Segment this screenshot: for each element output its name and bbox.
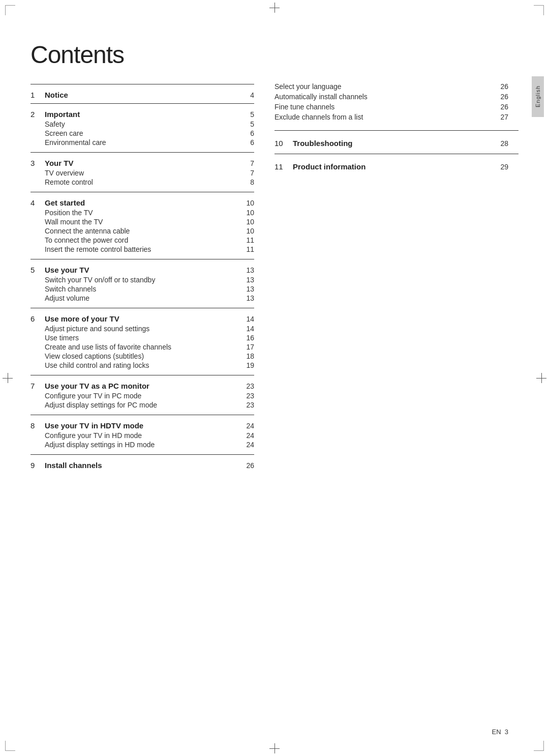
toc-sub-entry: Use timers16: [45, 333, 254, 342]
toc-section-page: 5: [239, 110, 254, 119]
toc-sub-title: Configure your TV in HD mode: [45, 431, 239, 440]
toc-section-num: 8: [30, 421, 45, 430]
toc-sub-page: 23: [239, 392, 254, 400]
toc-section-num: 6: [30, 314, 45, 323]
toc-sub-page: 19: [239, 361, 254, 369]
right-sub-page: 27: [500, 113, 518, 121]
page-footer: EN 3: [492, 728, 508, 736]
toc-sub-title: Use timers: [45, 334, 239, 342]
toc-sub-title: TV overview: [45, 169, 239, 177]
toc-left: 1Notice42Important5Safety5Screen care6En…: [30, 84, 254, 471]
toc-divider: [30, 192, 254, 192]
toc-sub-title: Position the TV: [45, 209, 239, 217]
toc-sub-title: Configure your TV in PC mode: [45, 392, 239, 400]
toc-sub-title: View closed captions (subtitles): [45, 352, 239, 360]
crosshair-top: [269, 3, 280, 13]
right-sub-title: Exclude channels from a list: [274, 113, 500, 121]
toc-sub-entry: Create and use lists of favorite channel…: [45, 342, 254, 352]
toc-sub-page: 10: [239, 227, 254, 235]
toc-right: Select your language26Automatically inst…: [274, 81, 518, 173]
toc-sub-title: To connect the power cord: [45, 236, 239, 244]
toc-section-page: 23: [239, 382, 254, 390]
toc-sub-page: 17: [239, 343, 254, 351]
right-sub-entry: Fine tune channels26: [274, 102, 518, 112]
right-sub-page: 26: [500, 103, 518, 111]
right-sub-title: Select your language: [274, 82, 500, 91]
toc-sub-entry: Screen care6: [45, 129, 254, 138]
toc-section-title: Get started: [45, 198, 239, 207]
toc-sub-page: 11: [239, 245, 254, 253]
right-column: Select your language26Automatically inst…: [274, 31, 518, 725]
right-main-page: 29: [500, 163, 518, 171]
toc-sub-entry: To connect the power cord11: [45, 236, 254, 245]
crosshair-right: [536, 373, 546, 383]
toc-section-title: Install channels: [45, 461, 239, 470]
toc-section-num: 2: [30, 110, 45, 119]
footer-lang: EN: [492, 728, 501, 736]
right-main-entry: 11Product information29: [274, 158, 518, 173]
toc-divider: [30, 454, 254, 455]
toc-sub-page: 16: [239, 334, 254, 342]
right-main-title: Troubleshooting: [293, 139, 500, 148]
right-main-entry: 10Troubleshooting28: [274, 135, 518, 150]
toc-section-title: Use more of your TV: [45, 314, 239, 323]
toc-sub-entry: View closed captions (subtitles)18: [45, 352, 254, 361]
toc-sub-title: Connect the antenna cable: [45, 227, 239, 235]
toc-sub-title: Environmental care: [45, 138, 239, 147]
toc-main-entry: 1Notice4: [30, 88, 254, 100]
toc-sub-page: 14: [239, 325, 254, 333]
toc-section-title: Important: [45, 110, 239, 119]
toc-sub-title: Adjust volume: [45, 294, 239, 302]
toc-sub-entry: Safety5: [45, 120, 254, 129]
toc-section-page: 4: [239, 91, 254, 99]
toc-sub-entry: Insert the remote control batteries11: [45, 245, 254, 254]
toc-main-entry: 4Get started10: [30, 195, 254, 208]
toc-section-page: 26: [239, 461, 254, 470]
toc-sub-entry: Adjust display settings for PC mode23: [45, 400, 254, 410]
toc-divider: [30, 415, 254, 415]
right-main-num: 11: [274, 162, 293, 171]
english-tab-label: English: [535, 85, 541, 107]
toc-sub-entry: Position the TV10: [45, 208, 254, 217]
toc-section-num: 7: [30, 382, 45, 390]
right-main-title: Product information: [293, 162, 500, 171]
toc-sub-page: 23: [239, 401, 254, 409]
right-sub-entries: Select your language26Automatically inst…: [274, 81, 518, 122]
english-tab: English: [532, 76, 544, 117]
toc-section-num: 9: [30, 461, 45, 470]
toc-section-title: Use your TV in HDTV mode: [45, 421, 239, 430]
toc-sub-title: Insert the remote control batteries: [45, 245, 239, 253]
page-title: Contents: [30, 41, 254, 69]
toc-main-entry: 8Use your TV in HDTV mode24: [30, 418, 254, 431]
corner-mark-br: [534, 741, 544, 751]
toc-main-entry: 2Important5: [30, 107, 254, 120]
right-divider: [274, 130, 518, 131]
right-divider: [274, 154, 518, 154]
corner-mark-tl: [5, 5, 15, 15]
toc-sub-entry: Connect the antenna cable10: [45, 226, 254, 236]
toc-sub-entries: TV overview7Remote control8: [30, 168, 254, 189]
toc-sub-page: 6: [239, 129, 254, 137]
toc-section-num: 4: [30, 198, 45, 207]
right-sub-page: 26: [500, 93, 518, 101]
toc-sub-entries: Position the TV10Wall mount the TV10Conn…: [30, 208, 254, 256]
toc-sub-entries: Configure your TV in HD mode24Adjust dis…: [30, 431, 254, 451]
toc-sub-entry: Adjust volume13: [45, 294, 254, 303]
toc-sub-entry: Use child control and rating locks19: [45, 361, 254, 370]
right-sub-title: Fine tune channels: [274, 103, 500, 111]
toc-divider: [30, 259, 254, 259]
toc-sub-page: 24: [239, 431, 254, 440]
toc-sub-page: 13: [239, 285, 254, 293]
toc-sub-entry: Environmental care6: [45, 138, 254, 147]
toc-main-entry: 5Use your TV13: [30, 263, 254, 275]
toc-sub-entry: Switch channels13: [45, 284, 254, 294]
toc-sub-page: 8: [239, 178, 254, 186]
toc-sub-entries: Safety5Screen care6Environmental care6: [30, 120, 254, 149]
toc-sub-title: Remote control: [45, 178, 239, 186]
toc-divider: [30, 103, 254, 104]
toc-section-page: 7: [239, 159, 254, 167]
toc-section-page: 24: [239, 422, 254, 430]
toc-sub-title: Switch your TV on/off or to standby: [45, 276, 239, 284]
toc-sub-entry: Configure your TV in HD mode24: [45, 431, 254, 440]
main-content: Contents 1Notice42Important5Safety5Scree…: [30, 31, 518, 725]
